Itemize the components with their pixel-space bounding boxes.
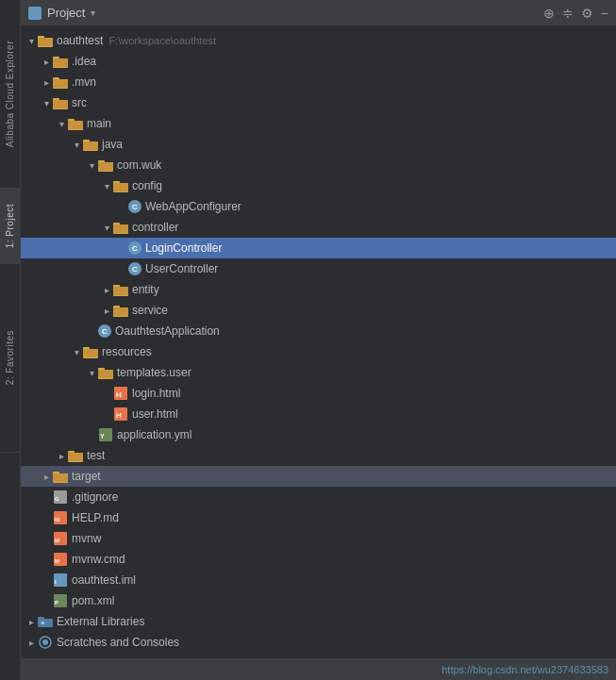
favorites-tab[interactable]: 2: Favorites	[5, 330, 15, 385]
item-label: com.wuk	[117, 158, 161, 172]
collapse-arrow[interactable]	[40, 470, 53, 483]
collapse-arrow[interactable]	[100, 304, 113, 317]
tree-item-27[interactable]: I oauthtest.iml	[21, 570, 616, 590]
tree-item-28[interactable]: P pom.xml	[21, 590, 616, 611]
item-label: HELP.md	[72, 511, 119, 524]
collapse-arrow[interactable]	[55, 449, 68, 462]
tree-item-1[interactable]: oauthtest F:\workspace\oauthtest	[21, 30, 616, 51]
tree-item-29[interactable]: ≡ External Libraries	[21, 611, 616, 632]
alibaba-cloud-tab[interactable]: Alibaba Cloud Explorer	[5, 41, 15, 147]
add-icon[interactable]: ⊕	[543, 7, 555, 20]
svg-rect-7	[53, 58, 68, 67]
svg-rect-52	[53, 473, 68, 482]
mvn-icon: M	[53, 531, 68, 546]
folder-icon	[38, 33, 53, 48]
tree-item-24[interactable]: M HELP.md	[21, 507, 616, 528]
expand-arrow[interactable]	[100, 221, 113, 234]
item-label: test	[87, 449, 105, 462]
title-dropdown-icon[interactable]: ▾	[91, 8, 95, 18]
item-label: mvnw	[72, 532, 101, 545]
scroll-icon[interactable]: ≑	[562, 7, 574, 20]
file-tree[interactable]: oauthtest F:\workspace\oauthtest .idea	[21, 26, 616, 657]
svg-text:Y: Y	[100, 433, 105, 440]
tree-item-25[interactable]: M mvnw	[21, 528, 616, 549]
tree-item-5[interactable]: main	[21, 113, 616, 134]
tree-item-14[interactable]: service	[21, 300, 616, 321]
svg-rect-25	[113, 183, 128, 191]
collapse-arrow[interactable]	[40, 75, 53, 89]
item-label: entity	[132, 283, 159, 296]
settings-icon[interactable]: ⚙	[581, 7, 593, 20]
item-label: External Libraries	[57, 615, 144, 628]
item-label: login.html	[132, 387, 180, 400]
svg-rect-10	[53, 79, 68, 88]
folder-icon	[83, 344, 98, 359]
tree-item-16[interactable]: resources	[21, 341, 616, 362]
expand-arrow[interactable]	[70, 345, 83, 358]
tree-item-10[interactable]: controller	[21, 217, 616, 238]
folder-icon	[68, 116, 83, 131]
tree-item-8[interactable]: config	[21, 175, 616, 196]
expand-arrow[interactable]	[85, 158, 98, 172]
expand-arrow[interactable]	[85, 366, 98, 379]
expand-arrow[interactable]	[25, 34, 38, 47]
no-arrow	[85, 324, 98, 338]
tree-item-26[interactable]: M mvnw.cmd	[21, 549, 616, 570]
collapse-arrow[interactable]	[40, 55, 53, 68]
project-tab[interactable]: 1: Project	[5, 204, 15, 248]
folder-icon	[98, 158, 113, 173]
tree-item-3[interactable]: .mvn	[21, 72, 616, 92]
svg-rect-31	[113, 287, 128, 295]
item-label: user.html	[132, 407, 178, 421]
java-class-icon: C	[98, 324, 111, 338]
svg-text:P: P	[55, 600, 58, 605]
yml-icon: Y	[98, 427, 113, 442]
html-icon: H	[113, 386, 128, 401]
no-arrow	[115, 262, 128, 275]
expand-arrow[interactable]	[70, 138, 83, 151]
svg-text:M: M	[55, 538, 59, 543]
collapse-arrow[interactable]	[25, 636, 38, 649]
expand-arrow[interactable]	[40, 96, 53, 109]
tree-item-18[interactable]: H login.html	[21, 383, 616, 404]
tree-item-2[interactable]: .idea	[21, 51, 616, 72]
tree-item-20[interactable]: Y application.yml	[21, 424, 616, 445]
expand-arrow[interactable]	[55, 117, 68, 130]
item-label: java	[102, 138, 123, 151]
tree-item-23[interactable]: G .gitignore	[21, 487, 616, 507]
folder-icon	[53, 75, 68, 90]
minimize-icon[interactable]: −	[601, 7, 608, 20]
left-strip: Alibaba Cloud Explorer 1: Project 2: Fav…	[0, 0, 21, 680]
item-label: src	[72, 96, 87, 109]
title-left: Project ▾	[28, 6, 95, 20]
folder-icon	[113, 220, 128, 235]
item-label: config	[132, 179, 162, 192]
tree-item-19[interactable]: H user.html	[21, 404, 616, 424]
svg-rect-22	[98, 162, 113, 171]
svg-text:M: M	[55, 517, 59, 522]
external-libs-icon: ≡	[38, 614, 53, 629]
item-label: oauthtest	[57, 34, 103, 47]
tree-item-22[interactable]: target	[21, 466, 616, 487]
svg-text:H: H	[116, 411, 122, 420]
tree-item-13[interactable]: entity	[21, 279, 616, 300]
tree-item-7[interactable]: com.wuk	[21, 155, 616, 175]
folder-icon	[113, 282, 128, 297]
svg-rect-13	[53, 100, 68, 108]
collapse-arrow[interactable]	[25, 615, 38, 628]
svg-text:M: M	[55, 558, 59, 564]
expand-arrow[interactable]	[100, 179, 113, 192]
tree-item-30[interactable]: Scratches and Consoles	[21, 632, 616, 653]
tree-item-11[interactable]: C LoginController	[21, 238, 616, 258]
title-label: Project	[47, 6, 85, 20]
collapse-arrow[interactable]	[100, 283, 113, 296]
tree-item-6[interactable]: java	[21, 134, 616, 155]
tree-item-9[interactable]: C WebAppConfigurer	[21, 196, 616, 217]
tree-item-12[interactable]: C UserController	[21, 258, 616, 279]
tree-item-21[interactable]: test	[21, 445, 616, 466]
tree-item-4[interactable]: src	[21, 92, 616, 113]
folder-icon	[53, 54, 68, 69]
tree-item-17[interactable]: templates.user	[21, 362, 616, 383]
tree-item-15[interactable]: C OauthtestApplication	[21, 321, 616, 341]
svg-rect-37	[83, 349, 98, 357]
